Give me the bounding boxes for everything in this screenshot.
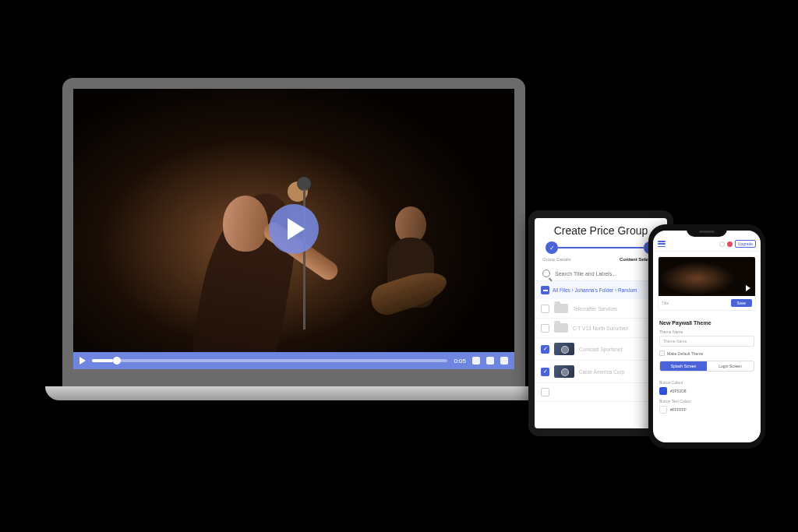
row-checkbox[interactable] [541, 345, 549, 354]
video-title: Title [662, 301, 669, 305]
page-title: Create Price Group [535, 218, 667, 241]
video-player-scene: 0:05 [73, 89, 514, 369]
checkbox-icon[interactable] [659, 351, 665, 356]
stepper: ✓ 2 [535, 241, 667, 255]
video-controls[interactable]: 0:05 [73, 352, 514, 369]
content-list: Telecrafter Services C T V13 North Subur… [535, 299, 667, 428]
volume-icon[interactable] [472, 357, 480, 365]
step-1-done[interactable]: ✓ [546, 241, 558, 254]
row-label: Cable America Corp [579, 369, 624, 375]
time-display: 0:05 [454, 358, 466, 365]
phone-screen: Upgrade Title Save New Paywall Theme The… [653, 231, 761, 442]
button-text-colour-label: Button Text Colour [659, 399, 754, 403]
fullscreen-icon[interactable] [500, 357, 508, 365]
button-colour-label: Button Colour [659, 380, 754, 385]
row-label: C T V13 North Suburban [573, 326, 628, 331]
guitarist-figure [373, 206, 443, 331]
row-checkbox[interactable] [541, 368, 549, 376]
colour-swatch-icon[interactable] [659, 387, 667, 395]
settings-icon[interactable] [486, 357, 494, 365]
list-item[interactable]: Cable America Corp [535, 361, 667, 383]
play-pause-icon[interactable] [79, 357, 86, 365]
tablet-screen: Create Price Group ✓ 2 Group Details Con… [535, 218, 667, 428]
list-item[interactable]: Telecrafter Services [535, 299, 667, 319]
search-row[interactable] [535, 266, 667, 281]
button-colour-value: #2F52D8 [670, 389, 687, 393]
row-checkbox[interactable] [541, 324, 549, 333]
folder-icon [554, 323, 568, 333]
tab-splash-screen[interactable]: Splash Screen [660, 361, 707, 371]
laptop-base [45, 386, 542, 400]
theme-name-input[interactable]: Theme Name [659, 336, 754, 347]
video-thumbnail-icon [554, 343, 574, 355]
card-action-button[interactable]: Save [731, 299, 752, 307]
step-1-label: Group Details [542, 257, 571, 262]
laptop-screen: 0:05 [62, 78, 525, 386]
row-label: Comcast Sportsnet [579, 347, 622, 352]
alert-badge-icon[interactable] [727, 241, 733, 247]
upgrade-button[interactable]: Upgrade [735, 240, 756, 248]
screen-tabs[interactable]: Splash Screen Login Screen [659, 361, 754, 372]
search-input[interactable] [555, 271, 659, 277]
progress-track[interactable] [92, 359, 447, 362]
menu-icon[interactable] [658, 241, 666, 247]
breadcrumb[interactable]: All Files › Johanna's Folder › Random [553, 287, 637, 293]
button-text-colour-value: #FFFFFF [670, 407, 687, 412]
laptop-device: 0:05 [62, 78, 525, 400]
row-checkbox[interactable] [541, 305, 549, 313]
list-item[interactable]: C T V13 North Suburban [535, 319, 667, 338]
breadcrumb-row[interactable]: All Files › Johanna's Folder › Random [535, 281, 667, 299]
search-icon [542, 270, 550, 277]
select-all-checkbox[interactable] [541, 286, 549, 294]
phone-device: Upgrade Title Save New Paywall Theme The… [648, 224, 765, 449]
colour-swatch-icon[interactable] [659, 406, 667, 414]
theme-name-label: Theme Name [659, 329, 754, 334]
phone-notch [687, 227, 727, 237]
list-item[interactable] [535, 383, 667, 402]
row-label: Telecrafter Services [573, 306, 617, 312]
video-thumbnail[interactable] [659, 257, 755, 296]
play-button[interactable] [269, 204, 319, 254]
video-thumbnail-icon [554, 365, 574, 378]
folder-icon [554, 304, 568, 313]
button-colour-input[interactable]: #2F52D8 [659, 387, 754, 395]
default-theme-label: Make Default Theme [667, 351, 703, 356]
section-title: New Paywall Theme [659, 320, 754, 326]
tab-login-screen[interactable]: Login Screen [707, 361, 754, 371]
video-preview-card[interactable]: Title Save [658, 256, 756, 311]
list-item[interactable]: Comcast Sportsnet [535, 338, 667, 361]
row-checkbox[interactable] [541, 388, 549, 396]
notification-icon[interactable] [719, 241, 725, 247]
default-theme-checkbox-row[interactable]: Make Default Theme [659, 351, 754, 356]
button-text-colour-input[interactable]: #FFFFFF [659, 406, 754, 414]
